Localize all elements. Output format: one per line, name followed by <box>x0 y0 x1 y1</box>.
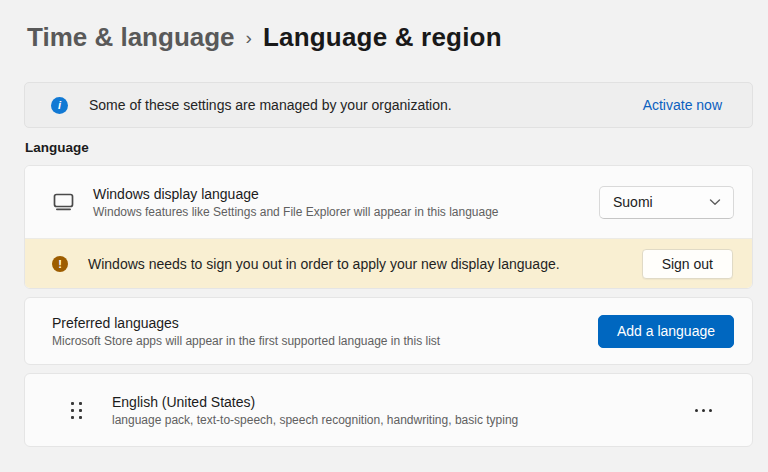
more-options-icon[interactable] <box>691 401 716 420</box>
signout-message: Windows needs to sign you out in order t… <box>88 256 622 272</box>
sign-out-button[interactable]: Sign out <box>642 249 733 279</box>
preferred-languages-card: Preferred languages Microsoft Store apps… <box>24 297 753 365</box>
monitor-icon <box>51 191 76 213</box>
activate-now-link[interactable]: Activate now <box>643 97 734 113</box>
organization-banner: i Some of these settings are managed by … <box>24 82 753 128</box>
language-item-features: language pack, text-to-speech, speech re… <box>112 413 691 427</box>
preferred-languages-text: Preferred languages Microsoft Store apps… <box>52 315 598 348</box>
language-list-item: English (United States) language pack, t… <box>24 373 753 447</box>
settings-page: Time & language › Language & region i So… <box>0 0 768 472</box>
display-language-title: Windows display language <box>93 186 599 202</box>
preferred-languages-description: Microsoft Store apps will appear in the … <box>52 334 598 348</box>
chevron-down-icon <box>709 198 721 206</box>
info-icon: i <box>51 97 68 114</box>
language-item-name: English (United States) <box>112 394 691 410</box>
organization-banner-message: Some of these settings are managed by yo… <box>89 97 622 113</box>
display-language-card: Windows display language Windows feature… <box>25 166 752 238</box>
warning-icon: ! <box>52 256 68 272</box>
display-language-dropdown-value: Suomi <box>613 194 653 210</box>
display-language-dropdown[interactable]: Suomi <box>599 186 734 219</box>
language-section-label: Language <box>25 140 753 158</box>
breadcrumb: Time & language › Language & region <box>27 20 744 54</box>
settings-content: i Some of these settings are managed by … <box>24 82 753 447</box>
signout-infobar: ! Windows needs to sign you out in order… <box>25 238 752 288</box>
add-language-button[interactable]: Add a language <box>598 315 734 348</box>
language-item-text: English (United States) language pack, t… <box>112 394 691 427</box>
preferred-languages-title: Preferred languages <box>52 315 598 331</box>
display-language-text: Windows display language Windows feature… <box>93 186 599 219</box>
display-language-description: Windows features like Settings and File … <box>93 205 599 219</box>
page-title: Language & region <box>263 21 502 53</box>
display-language-group: Windows display language Windows feature… <box>24 165 753 289</box>
drag-handle-icon[interactable] <box>71 402 82 419</box>
breadcrumb-parent[interactable]: Time & language <box>27 21 235 53</box>
breadcrumb-separator-icon: › <box>246 20 252 54</box>
